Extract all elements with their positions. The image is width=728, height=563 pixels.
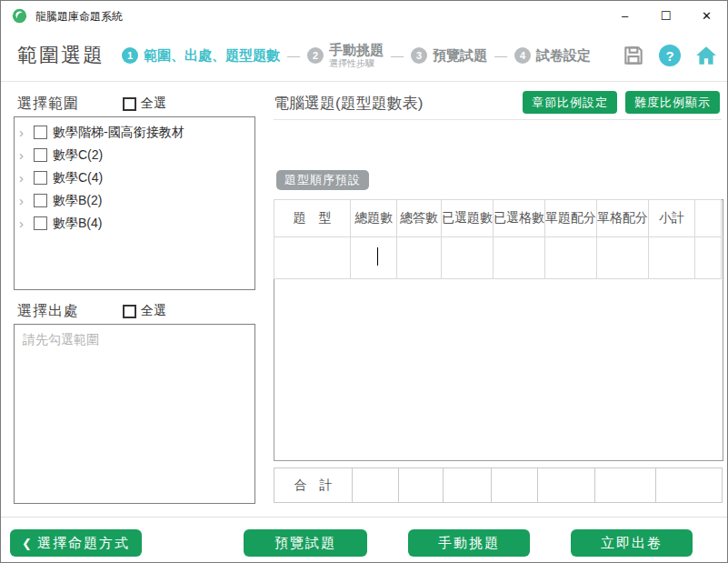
cell-total-questions[interactable] [351,237,397,279]
tree-item-1-label: 數學C(2) [53,147,103,164]
step-3-circle: 3 [411,47,427,64]
source-select-all[interactable]: 全選 [123,303,166,319]
step-1-circle: 1 [122,47,138,64]
step-1: 1 範圍、出處、題型題數 [122,47,280,65]
range-section-title: 選擇範圍 [17,95,79,114]
step-1-label: 範圍、出處、題型題數 [144,47,280,65]
minimize-button[interactable]: – [604,1,645,30]
page-title: 範圍選題 [17,42,105,69]
total-cell [492,468,538,503]
total-cell [444,468,492,503]
step-2-label: 手動挑題 [329,43,384,58]
help-icon[interactable]: ? [659,45,681,66]
col-header-points-per-question: 單題配分 [544,200,596,237]
tree-item-4[interactable]: › 數學B(4) [15,212,254,235]
tree-item-2-checkbox[interactable] [34,171,47,185]
range-select-all-label: 全選 [141,96,166,112]
source-placeholder: 請先勾選範圍 [23,332,99,347]
tree-item-3-checkbox[interactable] [34,194,47,207]
table-row[interactable] [274,237,722,279]
cell-subtotal[interactable] [648,237,694,279]
window-title: 龍騰題庫命題系統 [35,9,123,25]
cell-points-per-question[interactable] [544,237,596,279]
step-separator: — [287,48,300,63]
total-cell [595,468,656,503]
expand-chevron-icon[interactable]: › [19,126,34,139]
table-header-row: 題 型 總題數 總答數 已選題數 已選格數 單題配分 單格配分 小計 [274,200,722,237]
source-section-title: 選擇出處 [17,302,79,321]
step-2-circle: 2 [307,47,324,64]
tree-item-0-label: 數學階梯-國高銜接教材 [53,125,184,141]
range-tree: › 數學階梯-國高銜接教材 › 數學C(2) › 數學C(4) › 數學B(2)… [14,116,255,290]
total-cell [656,468,723,503]
cell-type[interactable] [274,237,351,279]
total-row-table: 合 計 [274,467,723,503]
col-header-total-answers: 總答數 [397,200,442,237]
expand-chevron-icon[interactable]: › [19,216,34,230]
source-select-all-checkbox[interactable] [123,305,136,318]
total-cell [353,468,399,503]
home-icon[interactable] [694,44,718,67]
source-select-all-label: 全選 [141,303,166,319]
preview-exam-button[interactable]: 預覽試題 [244,529,367,557]
step-4-circle: 4 [514,47,531,64]
window-controls: – ☐ ✕ [604,1,727,30]
tree-item-1-checkbox[interactable] [34,148,47,162]
generate-exam-button[interactable]: 立即出卷 [571,529,693,557]
range-select-all-checkbox[interactable] [123,97,136,111]
step-2: 2 手動挑題 選擇性步驟 [307,43,384,68]
manual-pick-button[interactable]: 手動挑題 [408,529,530,557]
total-cell [399,468,444,503]
tree-item-1[interactable]: › 數學C(2) [15,144,254,166]
back-to-method-button[interactable]: ❮ 選擇命題方式 [10,529,142,557]
tree-item-2[interactable]: › 數學C(4) [15,166,254,189]
total-cell [538,468,595,503]
step-3-label: 預覽試題 [433,47,487,65]
computer-selection-title: 電腦選題(題型題數表) [274,93,423,114]
range-section-header: 選擇範圍 全選 [17,95,255,114]
question-order-preset-button[interactable]: 題型順序預設 [276,170,369,190]
expand-chevron-icon[interactable]: › [19,148,34,162]
expand-chevron-icon[interactable]: › [19,171,34,185]
difficulty-ratio-button[interactable]: 難度比例顯示 [625,91,720,114]
tree-item-0[interactable]: › 數學階梯-國高銜接教材 [15,121,254,144]
step-4-label: 試卷設定 [536,47,591,65]
cell-total-answers[interactable] [397,237,442,279]
app-logo-icon [12,8,27,24]
footer-divider [1,517,727,518]
step-4: 4 試卷設定 [514,47,591,65]
app-window: 龍騰題庫命題系統 – ☐ ✕ 範圍選題 1 範圍、出處、題型題數 — 2 手動挑… [0,0,728,563]
col-header-points-per-cell: 單格配分 [596,200,648,237]
tree-item-4-label: 數學B(4) [53,216,102,232]
col-header-blank [695,200,722,237]
cell-points-per-cell[interactable] [596,237,648,279]
expand-chevron-icon[interactable]: › [19,194,34,207]
cell-selected-questions[interactable] [441,237,493,279]
step-3: 3 預覽試題 [411,47,487,65]
tree-item-0-checkbox[interactable] [34,126,47,139]
step-2-sublabel: 選擇性步驟 [329,58,384,68]
tree-item-3[interactable]: › 數學B(2) [15,189,254,212]
cell-selected-cells[interactable] [493,237,544,279]
cell-blank[interactable] [695,237,722,279]
step-separator: — [391,48,404,63]
question-type-table-container: 題 型 總題數 總答數 已選題數 已選格數 單題配分 單格配分 小計 [274,199,723,461]
maximize-button[interactable]: ☐ [645,1,686,30]
range-select-all[interactable]: 全選 [123,96,166,112]
col-header-selected-cells: 已選格數 [493,200,544,237]
chapter-ratio-button[interactable]: 章節比例設定 [523,91,617,114]
source-list: 請先勾選範圍 [14,324,255,504]
tree-item-4-checkbox[interactable] [34,216,47,230]
total-row: 合 計 [274,468,723,503]
col-header-subtotal: 小計 [648,200,694,237]
back-button-label: 選擇命題方式 [37,535,130,552]
step-indicator: 1 範圍、出處、題型題數 — 2 手動挑題 選擇性步驟 — 3 預覽試題 — 4… [122,30,591,81]
title-bar: 龍騰題庫命題系統 – ☐ ✕ [1,1,727,30]
right-panel-divider [274,119,722,120]
step-separator: — [494,48,507,63]
tree-item-3-label: 數學B(2) [53,193,102,209]
save-icon[interactable] [622,44,645,67]
source-section-header: 選擇出處 全選 [17,302,255,321]
text-cursor [377,247,378,266]
close-button[interactable]: ✕ [686,1,727,30]
